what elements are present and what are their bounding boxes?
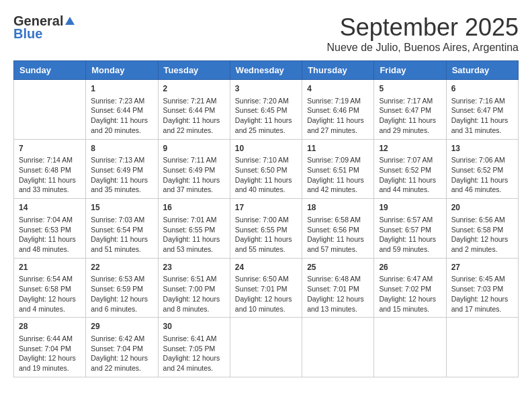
day-number: 12 xyxy=(379,143,441,154)
day-info-line: Sunset: 7:00 PM xyxy=(163,285,216,293)
day-number: 10 xyxy=(235,143,297,154)
svg-marker-0 xyxy=(65,17,75,25)
day-info-line: Daylight: 12 hours xyxy=(451,295,508,303)
day-info-line: and 44 minutes. xyxy=(379,185,429,193)
page-header: General Blue September 2025 Nueve de Jul… xyxy=(13,13,519,54)
day-info-line: and 46 minutes. xyxy=(451,185,502,193)
day-number: 26 xyxy=(379,262,441,273)
calendar-cell: 24Sunrise: 6:50 AMSunset: 7:01 PMDayligh… xyxy=(230,258,302,318)
day-info-line: Sunset: 6:45 PM xyxy=(235,106,287,114)
day-info-line: Sunrise: 6:41 AM xyxy=(163,334,217,342)
day-number: 14 xyxy=(19,202,81,214)
day-info-line: Daylight: 12 hours xyxy=(91,295,148,303)
calendar-week-1: 1Sunrise: 7:23 AMSunset: 6:44 PMDaylight… xyxy=(14,80,519,140)
day-info-line: Sunset: 6:47 PM xyxy=(451,106,504,114)
calendar-cell xyxy=(14,80,86,140)
day-info-line: Daylight: 11 hours xyxy=(163,116,220,124)
day-number: 15 xyxy=(91,202,152,214)
calendar-cell: 13Sunrise: 7:06 AMSunset: 6:52 PMDayligh… xyxy=(446,139,518,199)
day-info-line: Sunset: 6:49 PM xyxy=(91,166,143,174)
day-info-line: and 15 minutes. xyxy=(379,305,429,313)
calendar-cell: 5Sunrise: 7:17 AMSunset: 6:47 PMDaylight… xyxy=(374,80,446,140)
day-info-line: Daylight: 12 hours xyxy=(451,235,508,243)
day-info-line: Sunset: 6:55 PM xyxy=(163,226,216,234)
day-info-line: Sunrise: 6:50 AM xyxy=(235,275,289,283)
calendar-cell: 23Sunrise: 6:51 AMSunset: 7:00 PMDayligh… xyxy=(158,258,230,318)
day-header-thursday: Thursday xyxy=(302,61,374,80)
day-info-line: Sunrise: 6:47 AM xyxy=(379,275,433,283)
day-info-line: Sunrise: 7:11 AM xyxy=(163,156,217,164)
day-info-line: Sunset: 7:04 PM xyxy=(19,345,71,353)
day-info-line: and 4 minutes. xyxy=(19,305,65,313)
day-number: 7 xyxy=(19,143,81,154)
day-info-line: Daylight: 11 hours xyxy=(451,116,508,124)
calendar-cell: 30Sunrise: 6:41 AMSunset: 7:05 PMDayligh… xyxy=(158,318,230,377)
day-header-wednesday: Wednesday xyxy=(230,61,302,80)
day-info-line: and 8 minutes. xyxy=(163,305,210,313)
day-info-line: and 40 minutes. xyxy=(235,185,285,193)
day-info-line: and 33 minutes. xyxy=(19,185,69,193)
day-info-line: Daylight: 12 hours xyxy=(307,295,364,303)
day-info-line: Sunrise: 7:13 AM xyxy=(91,156,144,164)
calendar-week-3: 14Sunrise: 7:04 AMSunset: 6:53 PMDayligh… xyxy=(14,199,519,259)
day-number: 25 xyxy=(307,262,369,273)
calendar-cell: 10Sunrise: 7:10 AMSunset: 6:50 PMDayligh… xyxy=(230,139,302,199)
day-info-line: Sunrise: 6:53 AM xyxy=(91,275,144,283)
day-info-line: Sunrise: 7:19 AM xyxy=(307,97,361,105)
day-info-line: and 53 minutes. xyxy=(163,245,214,253)
day-number: 19 xyxy=(379,202,441,214)
day-number: 9 xyxy=(163,143,225,154)
day-info-line: Daylight: 12 hours xyxy=(19,354,76,362)
day-info-line: and 31 minutes. xyxy=(451,126,502,134)
day-info-line: Sunset: 6:51 PM xyxy=(307,166,359,174)
calendar-cell: 19Sunrise: 6:57 AMSunset: 6:57 PMDayligh… xyxy=(374,199,446,259)
day-info-line: Sunrise: 6:56 AM xyxy=(451,216,505,224)
day-info-line: and 2 minutes. xyxy=(451,245,498,253)
calendar-cell: 12Sunrise: 7:07 AMSunset: 6:52 PMDayligh… xyxy=(374,139,446,199)
day-info-line: Sunrise: 7:14 AM xyxy=(19,156,73,164)
day-info-line: and 48 minutes. xyxy=(19,245,69,253)
day-info-line: Sunset: 6:52 PM xyxy=(379,166,431,174)
day-info-line: Sunset: 6:48 PM xyxy=(19,166,71,174)
calendar-cell: 18Sunrise: 6:58 AMSunset: 6:56 PMDayligh… xyxy=(302,199,374,259)
calendar-week-2: 7Sunrise: 7:14 AMSunset: 6:48 PMDaylight… xyxy=(14,139,519,199)
day-info-line: Sunrise: 7:06 AM xyxy=(451,156,505,164)
day-number: 28 xyxy=(19,321,81,332)
calendar-cell: 3Sunrise: 7:20 AMSunset: 6:45 PMDaylight… xyxy=(230,80,302,140)
day-number: 13 xyxy=(451,143,513,154)
day-number: 30 xyxy=(163,321,225,332)
calendar-cell: 14Sunrise: 7:04 AMSunset: 6:53 PMDayligh… xyxy=(14,199,86,259)
calendar-cell: 17Sunrise: 7:00 AMSunset: 6:55 PMDayligh… xyxy=(230,199,302,259)
day-info-line: Sunrise: 7:21 AM xyxy=(163,97,217,105)
day-info-line: Daylight: 11 hours xyxy=(235,235,292,243)
day-header-saturday: Saturday xyxy=(446,61,518,80)
calendar-cell: 27Sunrise: 6:45 AMSunset: 7:03 PMDayligh… xyxy=(446,258,518,318)
day-info-line: and 22 minutes. xyxy=(91,364,141,372)
day-info-line: Sunset: 6:56 PM xyxy=(307,226,359,234)
day-number: 16 xyxy=(163,202,225,214)
calendar-cell: 6Sunrise: 7:16 AMSunset: 6:47 PMDaylight… xyxy=(446,80,518,140)
day-number: 4 xyxy=(307,83,369,95)
day-number: 21 xyxy=(19,262,81,273)
day-info-line: Daylight: 12 hours xyxy=(163,354,220,362)
day-number: 20 xyxy=(451,202,513,214)
day-info-line: Daylight: 11 hours xyxy=(307,176,364,184)
day-header-friday: Friday xyxy=(374,61,446,80)
day-info-line: Daylight: 11 hours xyxy=(91,116,148,124)
day-info-line: Sunrise: 7:17 AM xyxy=(379,97,433,105)
day-number: 23 xyxy=(163,262,225,273)
day-info-line: Sunset: 6:47 PM xyxy=(379,106,431,114)
calendar-cell: 28Sunrise: 6:44 AMSunset: 7:04 PMDayligh… xyxy=(14,318,86,377)
day-info-line: Sunrise: 6:58 AM xyxy=(307,216,361,224)
day-info-line: Daylight: 12 hours xyxy=(379,295,436,303)
day-info-line: Sunset: 7:04 PM xyxy=(91,345,143,353)
day-info-line: Sunset: 6:46 PM xyxy=(307,106,359,114)
day-info-line: Sunrise: 7:10 AM xyxy=(235,156,289,164)
day-header-monday: Monday xyxy=(86,61,158,80)
day-info-line: Daylight: 12 hours xyxy=(235,295,292,303)
day-number: 6 xyxy=(451,83,513,95)
calendar-table: SundayMondayTuesdayWednesdayThursdayFrid… xyxy=(13,60,519,377)
day-info-line: Sunset: 6:44 PM xyxy=(163,106,216,114)
day-info-line: Sunrise: 7:20 AM xyxy=(235,97,289,105)
calendar-cell: 15Sunrise: 7:03 AMSunset: 6:54 PMDayligh… xyxy=(86,199,158,259)
